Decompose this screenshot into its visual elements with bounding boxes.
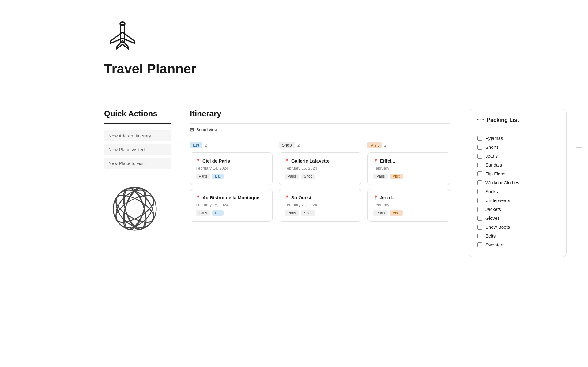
globe-decoration bbox=[104, 178, 165, 239]
shop-card-tag: Shop bbox=[301, 210, 315, 216]
packing-item-label: Snow Boots bbox=[485, 224, 510, 230]
eat-tag: Eat bbox=[190, 142, 202, 148]
svg-point-6 bbox=[119, 185, 151, 232]
packing-item-label: Underwears bbox=[485, 198, 510, 203]
packing-item-label: Workout Clothes bbox=[485, 180, 519, 185]
packing-item-label: Sandals bbox=[485, 162, 502, 167]
packing-item-label: Gloves bbox=[485, 215, 500, 221]
packing-item-label: Flip Flops bbox=[485, 171, 505, 176]
packing-item-gloves: Gloves bbox=[477, 214, 558, 223]
packing-item-sandals: Sandals bbox=[477, 160, 558, 169]
paris-tag: Paris bbox=[373, 210, 388, 216]
pyjamas-checkbox[interactable] bbox=[477, 136, 482, 141]
flipflops-checkbox[interactable] bbox=[477, 171, 482, 176]
card-name: 📍 Gallerie Lafayette bbox=[285, 158, 356, 163]
card-name: 📍 Au Bistrot de la Montagne bbox=[196, 195, 267, 200]
column-eat-header: Eat 2 bbox=[190, 142, 273, 148]
card-so-ouest[interactable]: 📍 So Ouest February 21, 2024 Paris Shop bbox=[279, 189, 361, 222]
eat-card-tag: Eat bbox=[212, 174, 224, 179]
visit-card-tag: Visit bbox=[390, 210, 402, 216]
pin-icon: 📍 bbox=[373, 159, 378, 163]
pin-icon: 📍 bbox=[285, 195, 289, 200]
paris-tag: Paris bbox=[196, 174, 210, 179]
quick-actions-title: Quick Actions bbox=[104, 109, 172, 118]
snowboots-checkbox[interactable] bbox=[477, 225, 482, 230]
board-view-label: Board view bbox=[196, 127, 217, 132]
packing-title: Packing List bbox=[487, 117, 519, 123]
card-name: 📍 So Ouest bbox=[285, 195, 356, 200]
paris-tag: Paris bbox=[196, 210, 210, 216]
card-date: February 14, 2024 bbox=[196, 166, 267, 170]
packing-card: 〰 Packing List Pyjamas Shorts Jeans bbox=[469, 109, 567, 257]
scroll-line-2 bbox=[576, 149, 582, 149]
card-tags: Paris Eat bbox=[196, 174, 267, 179]
board-view-bar[interactable]: ⊞ Board view bbox=[190, 123, 450, 136]
itinerary-panel: Itinerary ⊞ Board view Eat 2 📍 Ciel de P… bbox=[190, 109, 450, 257]
card-arc[interactable]: 📍 Arc d... February Paris Visit bbox=[368, 189, 450, 222]
packing-item-label: Jackets bbox=[485, 207, 501, 212]
card-name: 📍 Arc d... bbox=[373, 195, 444, 200]
underwears-checkbox[interactable] bbox=[477, 198, 482, 203]
pin-icon: 📍 bbox=[196, 195, 201, 200]
shorts-checkbox[interactable] bbox=[477, 145, 482, 150]
packing-item-label: Shorts bbox=[485, 144, 499, 150]
quick-actions-divider bbox=[104, 123, 172, 124]
paris-tag: Paris bbox=[285, 210, 299, 216]
packing-item-flipflops: Flip Flops bbox=[477, 169, 558, 178]
itinerary-title: Itinerary bbox=[190, 109, 450, 118]
column-shop-header: Shop 2 bbox=[279, 142, 361, 148]
paris-tag: Paris bbox=[285, 174, 299, 179]
header: Travel Planner bbox=[104, 0, 484, 94]
new-place-visited-button[interactable]: New Place visited bbox=[104, 144, 172, 155]
svg-point-9 bbox=[109, 183, 161, 235]
jackets-checkbox[interactable] bbox=[477, 207, 482, 212]
card-gallerie-lafayette[interactable]: 📍 Gallerie Lafayette February 16, 2024 P… bbox=[279, 152, 361, 185]
waves-icon: 〰 bbox=[477, 117, 484, 124]
card-tags: Paris Eat bbox=[196, 210, 267, 216]
card-tags: Paris Shop bbox=[285, 210, 356, 216]
scroll-indicator bbox=[576, 147, 582, 151]
packing-item-pyjamas: Pyjamas bbox=[477, 134, 558, 143]
pin-icon: 📍 bbox=[196, 159, 201, 163]
scroll-line-1 bbox=[576, 147, 582, 148]
card-eiffel[interactable]: 📍 Eiffel... February Paris Visit bbox=[368, 152, 450, 185]
sandals-checkbox[interactable] bbox=[477, 163, 482, 167]
card-name: 📍 Eiffel... bbox=[373, 158, 444, 163]
new-place-to-visit-button[interactable]: New Place to visit bbox=[104, 158, 172, 169]
packing-item-snowboots: Snow Boots bbox=[477, 223, 558, 231]
shop-card-tag: Shop bbox=[301, 174, 315, 179]
socks-checkbox[interactable] bbox=[477, 189, 482, 194]
card-name: 📍 Ciel de Paris bbox=[196, 158, 267, 163]
footer-divider bbox=[24, 275, 564, 275]
belts-checkbox[interactable] bbox=[477, 234, 482, 238]
gloves-checkbox[interactable] bbox=[477, 216, 482, 221]
packing-item-workout: Workout Clothes bbox=[477, 178, 558, 187]
card-ciel-de-paris[interactable]: 📍 Ciel de Paris February 14, 2024 Paris … bbox=[190, 152, 273, 185]
new-add-itinerary-button[interactable]: New Add on Itinerary bbox=[104, 130, 172, 141]
packing-item-shorts: Shorts bbox=[477, 143, 558, 152]
scroll-line-3 bbox=[576, 151, 582, 151]
page-wrapper: Travel Planner Quick Actions New Add on … bbox=[80, 0, 508, 275]
card-tags: Paris Shop bbox=[285, 174, 356, 179]
shop-count: 2 bbox=[297, 143, 300, 148]
packing-header: 〰 Packing List bbox=[477, 117, 558, 124]
card-au-bistrot[interactable]: 📍 Au Bistrot de la Montagne February 15,… bbox=[190, 189, 273, 222]
column-eat: Eat 2 📍 Ciel de Paris February 14, 2024 … bbox=[190, 142, 273, 226]
card-date: February 16, 2024 bbox=[285, 166, 356, 170]
page-title: Travel Planner bbox=[104, 61, 484, 77]
workout-checkbox[interactable] bbox=[477, 180, 482, 185]
packing-item-socks: Socks bbox=[477, 187, 558, 196]
packing-item-sweaters: Sweaters bbox=[477, 240, 558, 249]
card-date: February 21, 2024 bbox=[285, 203, 356, 207]
packing-item-label: Socks bbox=[485, 189, 498, 194]
paris-tag: Paris bbox=[373, 174, 388, 179]
packing-item-underwears: Underwears bbox=[477, 196, 558, 205]
airplane-icon bbox=[104, 18, 141, 55]
packing-divider bbox=[477, 129, 558, 129]
jeans-checkbox[interactable] bbox=[477, 154, 482, 159]
svg-point-5 bbox=[119, 185, 151, 232]
packing-item-jackets: Jackets bbox=[477, 205, 558, 214]
quick-actions-panel: Quick Actions New Add on Itinerary New P… bbox=[104, 109, 172, 257]
sweaters-checkbox[interactable] bbox=[477, 242, 482, 247]
packing-item-label: Jeans bbox=[485, 153, 498, 159]
